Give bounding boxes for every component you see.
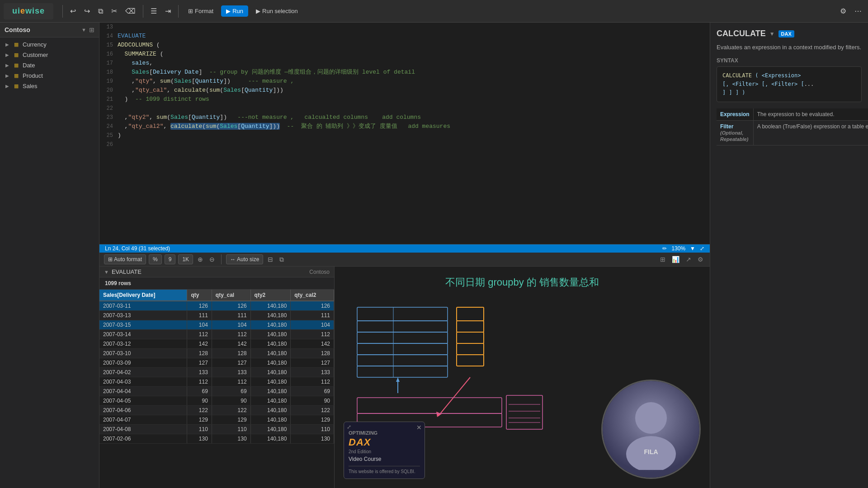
sidebar-item-currency[interactable]: ▶ ▦ Currency <box>0 39 99 50</box>
contoso-results-label: Contoso <box>309 269 330 275</box>
auto-format-label: Auto format <box>114 256 142 263</box>
svg-rect-3 <box>357 343 448 355</box>
auto-size-label: Auto size <box>237 256 259 263</box>
cell-qty-cal2: 127 <box>291 358 334 368</box>
sidebar: Contoso ▼ ⊞ ▶ ▦ Currency ▶ ▦ Customer ▶ … <box>0 23 99 488</box>
code-line-25: 25 ) <box>99 131 710 140</box>
ad-footer: This website is offered by SQLBI. <box>349 466 420 474</box>
ad-overlay: ⤢ ✕ OPTIMIZING DAX 2nd Edition Video Cou… <box>344 422 425 479</box>
results-pane: ▼ EVALUATE Contoso 1099 rows Sales[Deliv… <box>99 267 710 488</box>
table-row: 2007-04-04 69 69 140,180 69 <box>99 387 334 396</box>
table-icon: ▦ <box>13 52 20 58</box>
chart-view-button[interactable]: 📊 <box>670 255 681 264</box>
undo-button[interactable]: ↩ <box>67 5 79 17</box>
cell-date: 2007-03-12 <box>99 339 187 349</box>
col-header-qty[interactable]: qty <box>187 290 212 301</box>
redo-button[interactable]: ↪ <box>81 5 93 17</box>
settings-button[interactable]: ⚙ <box>696 255 705 264</box>
percent-button[interactable]: % <box>149 254 162 264</box>
dax-badge: DAX <box>778 30 794 38</box>
svg-rect-11 <box>457 355 484 366</box>
cell-qty2: 140,180 <box>250 301 291 311</box>
cursor-position: Ln 24, Col 49 (31 selected) <box>105 245 170 252</box>
svg-rect-10 <box>457 343 484 355</box>
cut-button[interactable]: ✂ <box>108 5 120 17</box>
code-line-19: 19 ,"qty", sum(Sales[Quantity]) --- meas… <box>99 77 710 86</box>
cell-date: 2007-03-10 <box>99 349 187 358</box>
svg-rect-18 <box>506 395 542 429</box>
ad-brand: DAX <box>349 436 420 448</box>
col-header-qty2[interactable]: qty2 <box>250 290 291 301</box>
list-button[interactable]: ☰ <box>148 5 160 17</box>
settings-icon[interactable]: ⚙ <box>837 5 849 17</box>
zoom-dropdown-icon: ▼ <box>690 245 695 252</box>
table-view-button[interactable]: ⊞ <box>658 255 667 264</box>
sidebar-item-customer[interactable]: ▶ ▦ Customer <box>0 50 99 60</box>
col-header-qty-cal[interactable]: qty_cal <box>212 290 250 301</box>
run-button[interactable]: ▶ Run <box>221 5 248 17</box>
code-line-16: 16 SUMMARIZE ( <box>99 50 710 59</box>
cell-qty-cal2: 112 <box>291 377 334 387</box>
minus-button[interactable]: ⊖ <box>208 255 217 264</box>
ad-close-button[interactable]: ✕ <box>416 424 422 431</box>
expand-icon: ▶ <box>5 52 9 57</box>
percent-label: % <box>153 256 158 263</box>
table-row: 2007-03-11 126 126 140,180 126 <box>99 301 334 311</box>
code-line-26: 26 <box>99 140 710 149</box>
auto-format-button[interactable]: ⊞ Auto format <box>104 254 146 264</box>
export-button[interactable]: ↗ <box>684 255 693 264</box>
rp-header: CALCULATE ▼ DAX <box>717 29 862 38</box>
copy-button[interactable]: ⧉ <box>95 5 106 17</box>
workspace-name: Contoso <box>5 26 30 33</box>
copy-results-button[interactable]: ⧉ <box>278 255 286 264</box>
expand-icon: ▶ <box>5 63 9 68</box>
code-line-20: 20 ,"qty_cal", calculate(sum(Sales[Quant… <box>99 86 710 95</box>
ad-edition: 2nd Edition <box>349 449 420 454</box>
col-header-qty-cal2[interactable]: qty_cal2 <box>291 290 334 301</box>
decimal-button[interactable]: 9 <box>165 254 176 264</box>
cell-qty2: 140,180 <box>250 330 291 339</box>
cell-qty: 122 <box>187 406 212 415</box>
cell-date: 2007-04-02 <box>99 368 187 377</box>
format-button[interactable]: ⊞ Format <box>183 5 218 17</box>
table-row: 2007-04-08 110 110 140,180 110 <box>99 425 334 434</box>
logo-image: uiewise <box>4 3 53 19</box>
sidebar-item-date[interactable]: ▶ ▦ Date <box>0 60 99 70</box>
col-header-date[interactable]: Sales[Delivery Date] <box>99 290 187 301</box>
cell-qty2: 140,180 <box>250 415 291 425</box>
expand-icon: ▶ <box>5 84 9 89</box>
decimal-label: 9 <box>169 256 172 263</box>
table-row: 2007-03-14 112 112 140,180 112 <box>99 330 334 339</box>
cell-qty2: 140,180 <box>250 320 291 330</box>
app-logo: uiewise <box>4 3 53 19</box>
cell-date: 2007-03-13 <box>99 311 187 320</box>
table-row: 2007-03-09 127 127 140,180 127 <box>99 358 334 368</box>
table-row: 2007-03-12 142 142 140,180 142 <box>99 339 334 349</box>
code-editor[interactable]: 13 14 EVALUATE 15 ADDCOLUMNS ( 16 SUMMAR… <box>99 23 710 244</box>
cell-qty: 129 <box>187 415 212 425</box>
indent-button[interactable]: ⇥ <box>162 5 174 17</box>
svg-rect-7 <box>457 307 484 321</box>
code-line-14: 14 EVALUATE <box>99 32 710 41</box>
auto-size-button[interactable]: ↔ Auto size <box>226 254 263 264</box>
comma-button[interactable]: ⊕ <box>196 255 205 264</box>
fit-cols-button[interactable]: ⊟ <box>266 255 275 264</box>
sidebar-item-product[interactable]: ▶ ▦ Product <box>0 70 99 81</box>
run-selection-button[interactable]: ▶ Run selection <box>251 5 303 17</box>
more-options-icon[interactable]: ⋯ <box>852 5 864 17</box>
thousands-button[interactable]: 1K <box>178 254 193 264</box>
expand-icon: ⤢ <box>700 245 704 252</box>
cell-qty: 104 <box>187 320 212 330</box>
thousands-label: 1K <box>182 256 189 263</box>
sidebar-item-sales[interactable]: ▶ ▦ Sales <box>0 81 99 91</box>
grid-view-button[interactable]: ⊞ <box>89 26 94 33</box>
cell-qty2: 140,180 <box>250 349 291 358</box>
param-meta-filter: (Optional,Repeatable) <box>720 130 748 142</box>
clear-button[interactable]: ⌫ <box>123 5 138 17</box>
data-table[interactable]: Sales[Delivery Date] qty qty_cal qty2 qt… <box>99 290 334 488</box>
workspace-selector[interactable]: Contoso ▼ ⊞ <box>0 23 99 38</box>
table-row: 2007-04-05 90 90 140,180 90 <box>99 396 334 406</box>
cell-qty-cal: 126 <box>212 301 250 311</box>
cell-qty-cal2: 133 <box>291 368 334 377</box>
resize-icon: ↔ <box>230 256 236 263</box>
